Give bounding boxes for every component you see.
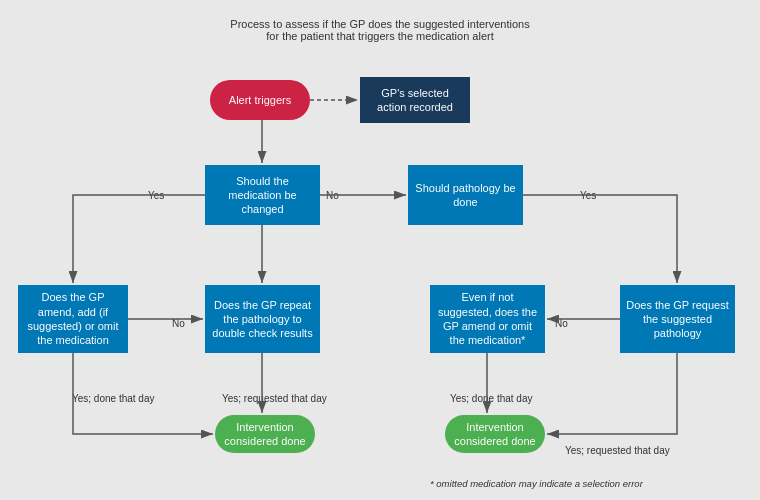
intervention1-box: Intervention considered done <box>215 415 315 453</box>
yes-done1-label: Yes; done that day <box>72 393 154 404</box>
even-if-not-box: Even if not suggested, does the GP amend… <box>430 285 545 353</box>
footnote: * omitted medication may indicate a sele… <box>430 478 643 489</box>
yes2-label: Yes <box>580 190 596 201</box>
yes-requested2-label: Yes; requested that day <box>565 445 670 456</box>
alert-triggers-box: Alert triggers <box>210 80 310 120</box>
no3-label: No <box>555 318 568 329</box>
no2-label: No <box>172 318 185 329</box>
title: Process to assess if the GP does the sug… <box>230 18 529 42</box>
does-gp-amend-box: Does the GP amend, add (if suggested) or… <box>18 285 128 353</box>
no1-label: No <box>326 190 339 201</box>
does-gp-request-box: Does the GP request the suggested pathol… <box>620 285 735 353</box>
yes-requested1-label: Yes; requested that day <box>222 393 327 404</box>
gp-action-box: GP's selected action recorded <box>360 77 470 123</box>
yes-done2-label: Yes; done that day <box>450 393 532 404</box>
intervention2-box: Intervention considered done <box>445 415 545 453</box>
yes1-label: Yes <box>148 190 164 201</box>
svg-line-11 <box>465 225 487 283</box>
should-pathology-box: Should pathology be done <box>408 165 523 225</box>
arrows-svg <box>0 0 760 500</box>
does-gp-repeat-box: Does the GP repeat the pathology to doub… <box>205 285 320 353</box>
flowchart-diagram: Process to assess if the GP does the sug… <box>0 0 760 500</box>
should-medication-box: Should the medication be changed <box>205 165 320 225</box>
